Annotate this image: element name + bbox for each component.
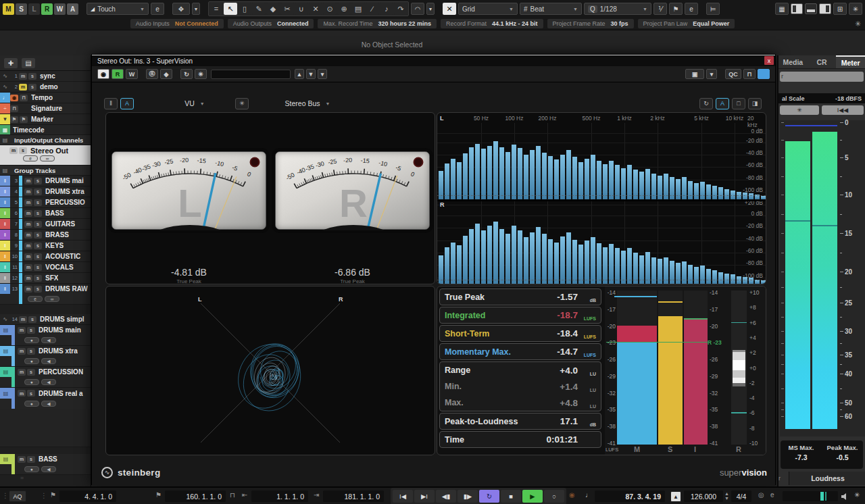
meter-source-field[interactable]: r [780,72,864,82]
record-enable-button[interactable]: ● [24,379,39,385]
comp-tool[interactable]: ▤ [351,3,365,15]
asm-s-button[interactable]: S [16,3,27,15]
click-patt-icon[interactable]: ◎ [758,491,764,499]
play-button[interactable]: ▶ [522,490,543,503]
next-preset-button[interactable]: ▼ [306,69,316,79]
mute-button[interactable]: m [24,275,32,282]
meter-scale-row[interactable]: al Scale -18 dBFS [778,93,865,103]
mute-button[interactable]: m [24,232,32,238]
track-row-stereo-out[interactable]: msStereo Oute∞ [0,145,91,166]
automation-mode-dropdown[interactable]: ◢ Touch ▼ [86,3,149,15]
mute-button[interactable]: m [19,316,27,323]
grid-type-dropdown[interactable]: # Beat ▼ [520,3,582,15]
tab-meter[interactable]: Meter [836,55,865,68]
monitor-button[interactable]: ◀ [41,358,56,364]
mute-button[interactable]: m [24,188,32,195]
track-row-acoustic[interactable]: ‖10msACOUSTIC [0,251,91,262]
meter-reset-button[interactable]: I◀◀ [822,105,864,115]
switch-ab-button[interactable]: ◆ [160,69,172,79]
forward-button[interactable]: ▮▶ [458,490,478,503]
status-item[interactable]: Audio OutputsConnected [228,19,314,28]
tab-meter-stub[interactable]: r [778,472,789,485]
solo-button[interactable]: s [27,390,35,397]
edit-channel-button[interactable]: e [28,296,43,302]
solo-button[interactable]: s [34,199,42,206]
rewind-button[interactable]: ◀▮ [436,490,456,503]
automation-edit-button[interactable]: e [151,3,164,15]
monitor-button[interactable]: ◀ [41,379,56,385]
track-row-sfx[interactable]: ‖12msSFX [0,273,91,284]
reset-module-icon[interactable]: ↻ [699,98,713,109]
quantize-panel-button[interactable]: e [685,3,698,15]
solo-button[interactable]: s [34,221,42,228]
glue-tool[interactable]: ∪ [295,3,308,15]
track-row-drums-xtra[interactable]: ▤msDRUMS xtra●◀ [0,346,91,367]
tempo-active-button[interactable]: ◉ [10,95,18,101]
mute-button[interactable]: m [19,73,27,80]
record-enable-button[interactable]: ● [24,358,39,364]
monitor-button[interactable]: ◀ [41,337,56,343]
time-signature-field[interactable]: 4/4 [731,490,751,502]
track-row-bass[interactable]: ▤msBASS●◀ [0,454,91,475]
close-icon[interactable]: x [764,56,774,65]
track-row-drums-simpl[interactable]: ∿14msDRUMS simpl [0,314,91,325]
marker-prev-button[interactable]: ⚑ [10,116,18,123]
transport-grip[interactable]: ⋮ [2,492,9,499]
quantize-flag-button[interactable]: ⚑ [669,3,683,15]
transport-grip[interactable]: ⋮ [41,492,47,499]
track-row-drums-raw[interactable]: ‖13msDRUMS RAWe∞ [0,284,91,305]
solo-button[interactable]: s [34,243,42,249]
solo-button[interactable]: s [34,178,42,184]
hand-tool[interactable]: ⊕ [337,3,351,15]
side-layout-icon[interactable]: ◨ [748,98,762,109]
previous-preset-button[interactable]: ▲ [295,69,304,79]
track-row-demo[interactable]: ∿2msdemo [0,82,91,93]
snap-toggle-button[interactable]: ✕ [443,3,456,15]
left-zone-toggle[interactable] [791,3,803,14]
status-settings-gear-icon[interactable]: ✳ [855,20,861,28]
tab-loudness[interactable]: Loudness [789,472,865,485]
output-level-slider[interactable] [783,491,838,501]
bypass-inserts-button[interactable]: ∞ [40,155,55,161]
draw-tool[interactable]: ✎ [252,3,266,15]
status-item[interactable]: Audio InputsNot Connected [130,19,224,28]
punch-lock-icon[interactable]: ⊓ [230,491,235,499]
transport-settings-gear-icon[interactable]: ✳ [854,491,860,499]
go-to-next-marker-button[interactable]: ▶I [414,490,435,503]
split-layout-icon[interactable]: □ [732,98,745,109]
edit-channel-button[interactable]: e [23,155,38,161]
solo-button[interactable]: s [34,275,42,282]
track-row-timecode[interactable]: ▦Timecode [0,125,91,135]
line-tool[interactable]: ∕ [366,3,379,15]
channel-dropdown[interactable]: Stereo Bus ▼ [264,98,351,109]
meter-type-dropdown[interactable]: VU ▼ [154,98,235,109]
solo-button[interactable]: s [28,316,36,323]
object-selection-tool[interactable]: ↖ [224,3,237,15]
combine-tool[interactable]: = [209,3,223,15]
zoom-tool[interactable]: ⊙ [323,3,337,15]
mute-button[interactable]: m [24,178,32,184]
record-enable-button[interactable]: ● [24,466,39,472]
write-automation-button[interactable]: W [126,69,138,79]
lock-icon[interactable]: ⊓ [743,69,756,79]
asm-l-button[interactable]: L [28,3,40,15]
record-enable-button[interactable]: ● [24,337,39,343]
pause-icon[interactable]: ‖ [104,98,118,109]
time-display-field[interactable]: 87. 3. 4. 19 [595,490,665,502]
read-automation-button[interactable]: R [112,69,124,79]
mute-tool[interactable]: ✕ [309,3,322,15]
preset-gear-icon[interactable]: ✳ [195,69,207,79]
click-edit-icon[interactable]: e [770,491,774,499]
metronome-click-button[interactable]: ▲ [670,491,681,502]
mute-button[interactable]: m [24,221,32,228]
solo-button[interactable]: s [34,188,42,195]
focus-indicator[interactable] [758,69,770,79]
punch-out-field[interactable]: 181. 1. 1. 0 [323,490,384,502]
left-locator-field[interactable]: 4. 4. 1. 0 [59,490,116,502]
audio-quantize-button[interactable]: AQ [9,490,26,502]
track-row-brass[interactable]: ‖8msBRASS [0,230,91,241]
audition-tool[interactable]: ♪ [380,3,393,15]
tempo-field[interactable]: 126.000 [684,490,723,502]
status-item[interactable]: Project Frame Rate30 fps [547,19,634,28]
range-selection-tool[interactable]: ▯ [238,3,251,15]
